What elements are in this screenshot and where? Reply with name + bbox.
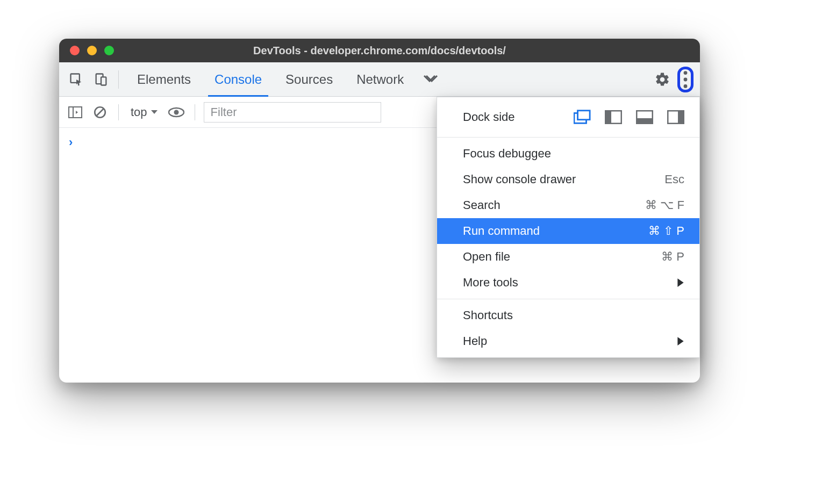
svg-rect-6 — [69, 107, 82, 118]
devtools-window: DevTools - developer.chrome.com/docs/dev… — [59, 39, 700, 383]
menu-item-open-file[interactable]: Open file ⌘ P — [437, 244, 699, 270]
divider — [195, 104, 195, 120]
svg-rect-15 — [605, 111, 611, 124]
tab-elements[interactable]: Elements — [125, 62, 203, 96]
dropdown-triangle-icon — [151, 110, 158, 115]
menu-label: Show console drawer — [463, 172, 576, 186]
menu-label: Help — [463, 334, 487, 348]
submenu-arrow-icon — [677, 278, 684, 287]
dock-undock-icon[interactable] — [574, 110, 591, 124]
menu-label: Run command — [463, 224, 540, 238]
svg-point-3 — [684, 71, 688, 75]
menu-shortcut: Esc — [664, 172, 684, 186]
dock-side-label: Dock side — [463, 110, 515, 124]
filter-input[interactable] — [204, 102, 381, 123]
tab-console[interactable]: Console — [203, 62, 274, 96]
menu-item-shortcuts[interactable]: Shortcuts — [437, 303, 699, 328]
live-expression-icon[interactable] — [167, 103, 186, 122]
svg-rect-17 — [637, 118, 653, 124]
svg-rect-19 — [678, 111, 684, 124]
kebab-menu-icon — [682, 70, 689, 89]
menu-shortcut: ⌘ ⇧ P — [648, 224, 684, 238]
svg-point-5 — [684, 84, 688, 88]
settings-icon[interactable] — [652, 69, 673, 90]
console-sidebar-toggle-icon[interactable] — [66, 103, 85, 122]
console-prompt-caret-icon: › — [69, 135, 73, 149]
dock-left-icon[interactable] — [605, 110, 622, 124]
menu-item-run-command[interactable]: Run command ⌘ ⇧ P — [437, 218, 699, 244]
panel-tabs: Elements Console Sources Network — [125, 62, 446, 96]
menu-item-show-console-drawer[interactable]: Show console drawer Esc — [437, 167, 699, 192]
context-selector[interactable]: top — [127, 105, 161, 119]
tabs-overflow-icon[interactable] — [416, 62, 446, 96]
menu-item-help[interactable]: Help — [437, 328, 699, 354]
context-label: top — [131, 105, 147, 119]
menu-shortcut: ⌘ P — [661, 250, 684, 264]
titlebar: DevTools - developer.chrome.com/docs/dev… — [59, 39, 700, 62]
svg-point-11 — [174, 110, 178, 114]
menu-label: Shortcuts — [463, 308, 513, 322]
inspect-element-icon[interactable] — [66, 69, 87, 90]
window-title: DevTools - developer.chrome.com/docs/dev… — [59, 45, 700, 57]
menu-item-focus-debuggee[interactable]: Focus debuggee — [437, 141, 699, 167]
clear-console-icon[interactable] — [90, 103, 110, 122]
traffic-lights — [59, 46, 114, 55]
divider — [118, 104, 119, 120]
submenu-arrow-icon — [677, 336, 684, 346]
svg-line-9 — [97, 109, 104, 116]
menu-label: Search — [463, 198, 501, 212]
dock-side-row: Dock side — [437, 100, 699, 134]
main-toolbar: Elements Console Sources Network — [59, 62, 700, 97]
more-options-button[interactable] — [677, 67, 694, 92]
svg-rect-2 — [101, 77, 106, 85]
dock-right-icon[interactable] — [667, 110, 684, 124]
menu-label: Focus debuggee — [463, 147, 551, 161]
tab-network[interactable]: Network — [345, 62, 416, 96]
menu-item-search[interactable]: Search ⌘ ⌥ F — [437, 192, 699, 218]
tab-sources[interactable]: Sources — [274, 62, 345, 96]
main-menu-dropdown: Dock side — [437, 97, 700, 358]
menu-shortcut: ⌘ ⌥ F — [645, 198, 684, 212]
close-window-button[interactable] — [70, 46, 80, 55]
dock-bottom-icon[interactable] — [636, 110, 653, 124]
svg-rect-13 — [578, 111, 590, 120]
minimize-window-button[interactable] — [87, 46, 97, 55]
maximize-window-button[interactable] — [104, 46, 114, 55]
device-toolbar-icon[interactable] — [90, 69, 112, 90]
divider — [118, 70, 119, 89]
menu-item-more-tools[interactable]: More tools — [437, 270, 699, 296]
menu-label: Open file — [463, 250, 510, 264]
svg-point-4 — [684, 77, 688, 81]
menu-label: More tools — [463, 276, 518, 290]
